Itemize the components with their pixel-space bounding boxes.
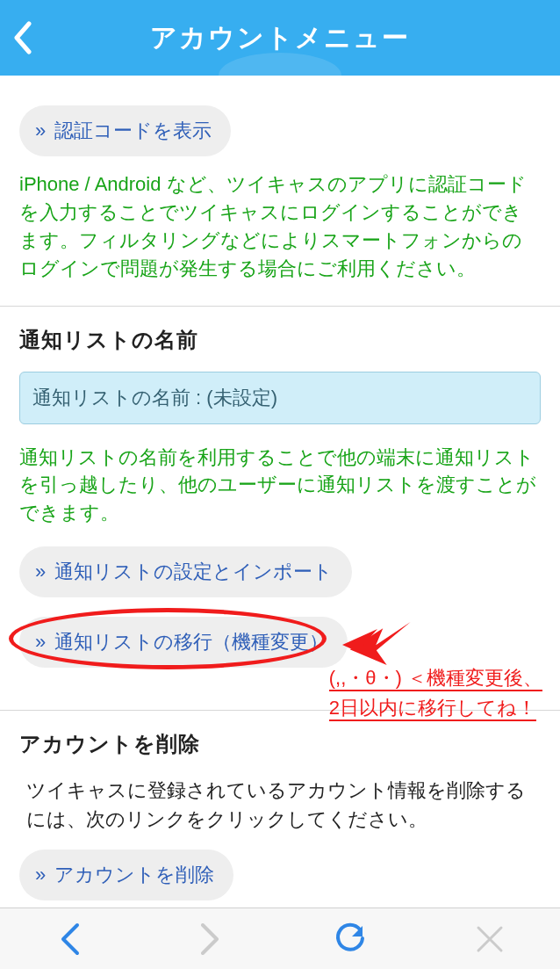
page-title: アカウントメニュー [0, 20, 560, 56]
reload-icon [334, 922, 367, 956]
section-delete-account: アカウントを削除 ツイキャスに登録されているアカウント情報を削除するには、次のリ… [0, 710, 560, 923]
notification-buttons: » 通知リストの設定とインポート » 通知リストの移行（機種変更） [19, 546, 541, 687]
notification-description: 通知リストの名前を利用することで他の端末に通知リストを引っ越したり、他のユーザー… [19, 444, 541, 528]
close-icon [475, 924, 505, 954]
browser-toolbar [0, 908, 560, 969]
toolbar-forward-button[interactable] [140, 908, 281, 969]
delete-description: ツイキャスに登録されているアカウント情報を削除するには、次のリンクをクリックして… [19, 776, 541, 834]
chevron-left-icon [59, 922, 82, 957]
notification-settings-button[interactable]: » 通知リストの設定とインポート [19, 546, 352, 597]
section-notification-list: 通知リストの名前 通知リストの名前 : (未設定) 通知リストの名前を利用するこ… [0, 306, 560, 711]
chevron-right-icon [198, 922, 221, 957]
button-label: 通知リストの移行（機種変更） [54, 631, 328, 653]
toolbar-back-button[interactable] [0, 908, 140, 969]
show-authcode-button[interactable]: » 認証コードを表示 [19, 105, 231, 156]
section-authcode: » 認証コードを表示 iPhone / Android など、ツイキャスのアプリ… [0, 76, 560, 306]
annotation-arrow-icon [342, 618, 413, 668]
button-label: 認証コードを表示 [54, 119, 212, 141]
chevron-left-icon [12, 21, 32, 54]
toolbar-reload-button[interactable] [280, 908, 420, 969]
back-button[interactable] [12, 21, 32, 58]
delete-account-button[interactable]: » アカウントを削除 [19, 850, 233, 900]
chevron-prefix: » [35, 631, 46, 653]
delete-heading: アカウントを削除 [19, 730, 541, 758]
app-header: アカウントメニュー [0, 0, 560, 76]
toolbar-close-button[interactable] [420, 908, 561, 969]
chevron-prefix: » [35, 864, 46, 886]
page-content: » 認証コードを表示 iPhone / Android など、ツイキャスのアプリ… [0, 76, 560, 923]
notification-name-box[interactable]: 通知リストの名前 : (未設定) [19, 372, 541, 424]
chevron-prefix: » [35, 119, 46, 141]
chevron-prefix: » [35, 560, 46, 582]
button-label: 通知リストの設定とインポート [54, 560, 333, 582]
authcode-description: iPhone / Android など、ツイキャスのアプリに認証コードを入力する… [19, 170, 541, 283]
notification-migrate-button[interactable]: » 通知リストの移行（機種変更） [19, 617, 348, 668]
notification-heading: 通知リストの名前 [19, 326, 541, 354]
button-label: アカウントを削除 [54, 864, 214, 886]
